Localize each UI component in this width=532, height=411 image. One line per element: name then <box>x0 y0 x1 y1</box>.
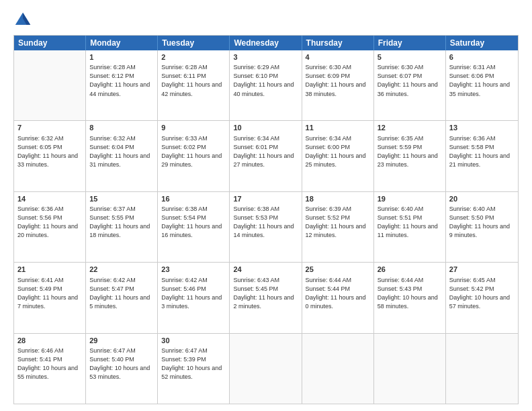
calendar-cell: 2Sunrise: 6:28 AM Sunset: 6:11 PM Daylig… <box>158 50 230 120</box>
calendar-cell: 24Sunrise: 6:43 AM Sunset: 5:45 PM Dayli… <box>230 263 302 332</box>
calendar-cell: 3Sunrise: 6:29 AM Sunset: 6:10 PM Daylig… <box>230 50 302 120</box>
day-info: Sunrise: 6:42 AM Sunset: 5:46 PM Dayligh… <box>161 276 226 311</box>
day-info: Sunrise: 6:30 AM Sunset: 6:07 PM Dayligh… <box>378 63 442 98</box>
day-info: Sunrise: 6:34 AM Sunset: 6:01 PM Dayligh… <box>233 134 298 169</box>
day-info: Sunrise: 6:32 AM Sunset: 6:04 PM Dayligh… <box>89 134 154 169</box>
day-number: 23 <box>161 265 226 275</box>
calendar-cell: 13Sunrise: 6:36 AM Sunset: 5:58 PM Dayli… <box>446 121 518 191</box>
day-number: 30 <box>161 336 226 346</box>
day-info: Sunrise: 6:34 AM Sunset: 6:00 PM Dayligh… <box>306 134 370 169</box>
calendar-cell: 5Sunrise: 6:30 AM Sunset: 6:07 PM Daylig… <box>374 50 446 120</box>
calendar-cell: 15Sunrise: 6:37 AM Sunset: 5:55 PM Dayli… <box>86 192 158 262</box>
calendar-cell <box>230 334 302 404</box>
day-number: 14 <box>17 194 82 204</box>
calendar-cell: 21Sunrise: 6:41 AM Sunset: 5:49 PM Dayli… <box>14 263 86 332</box>
day-info: Sunrise: 6:35 AM Sunset: 5:59 PM Dayligh… <box>378 134 442 169</box>
day-number: 20 <box>449 194 515 204</box>
calendar-cell: 19Sunrise: 6:40 AM Sunset: 5:51 PM Dayli… <box>374 192 446 262</box>
day-info: Sunrise: 6:40 AM Sunset: 5:51 PM Dayligh… <box>378 205 442 240</box>
day-info: Sunrise: 6:37 AM Sunset: 5:55 PM Dayligh… <box>89 205 154 240</box>
day-info: Sunrise: 6:39 AM Sunset: 5:52 PM Dayligh… <box>306 205 370 240</box>
day-info: Sunrise: 6:46 AM Sunset: 5:41 PM Dayligh… <box>17 347 82 381</box>
calendar-cell: 1Sunrise: 6:28 AM Sunset: 6:12 PM Daylig… <box>86 50 158 120</box>
calendar-cell: 9Sunrise: 6:33 AM Sunset: 6:02 PM Daylig… <box>158 121 230 191</box>
day-info: Sunrise: 6:42 AM Sunset: 5:47 PM Dayligh… <box>89 276 154 311</box>
day-number: 25 <box>306 265 370 275</box>
day-number: 17 <box>233 194 298 204</box>
day-info: Sunrise: 6:45 AM Sunset: 5:42 PM Dayligh… <box>449 276 515 311</box>
calendar-cell: 7Sunrise: 6:32 AM Sunset: 6:05 PM Daylig… <box>14 121 86 191</box>
day-info: Sunrise: 6:47 AM Sunset: 5:39 PM Dayligh… <box>161 347 226 381</box>
calendar-week-row: 21Sunrise: 6:41 AM Sunset: 5:49 PM Dayli… <box>14 263 518 333</box>
day-number: 28 <box>17 336 82 346</box>
day-info: Sunrise: 6:31 AM Sunset: 6:06 PM Dayligh… <box>449 63 515 98</box>
day-number: 26 <box>378 265 442 275</box>
calendar-cell <box>14 50 86 120</box>
calendar-header-cell: Monday <box>86 36 158 50</box>
day-info: Sunrise: 6:29 AM Sunset: 6:10 PM Dayligh… <box>233 63 298 98</box>
day-number: 9 <box>161 123 226 133</box>
calendar-header-cell: Sunday <box>14 36 86 50</box>
calendar-header-cell: Thursday <box>302 36 374 50</box>
day-info: Sunrise: 6:36 AM Sunset: 5:56 PM Dayligh… <box>17 205 82 240</box>
day-number: 16 <box>161 194 226 204</box>
calendar-cell: 23Sunrise: 6:42 AM Sunset: 5:46 PM Dayli… <box>158 263 230 332</box>
day-info: Sunrise: 6:44 AM Sunset: 5:44 PM Dayligh… <box>306 276 370 311</box>
day-info: Sunrise: 6:36 AM Sunset: 5:58 PM Dayligh… <box>449 134 515 169</box>
calendar-cell: 28Sunrise: 6:46 AM Sunset: 5:41 PM Dayli… <box>14 334 86 404</box>
day-info: Sunrise: 6:47 AM Sunset: 5:40 PM Dayligh… <box>89 347 154 381</box>
day-info: Sunrise: 6:41 AM Sunset: 5:49 PM Dayligh… <box>17 276 82 311</box>
day-number: 18 <box>306 194 370 204</box>
day-number: 19 <box>378 194 442 204</box>
day-number: 21 <box>17 265 82 275</box>
calendar-cell: 12Sunrise: 6:35 AM Sunset: 5:59 PM Dayli… <box>374 121 446 191</box>
day-info: Sunrise: 6:38 AM Sunset: 5:53 PM Dayligh… <box>233 205 298 240</box>
day-number: 1 <box>89 52 154 62</box>
day-number: 29 <box>89 336 154 346</box>
calendar-cell: 8Sunrise: 6:32 AM Sunset: 6:04 PM Daylig… <box>86 121 158 191</box>
day-info: Sunrise: 6:30 AM Sunset: 6:09 PM Dayligh… <box>306 63 370 98</box>
calendar-cell: 26Sunrise: 6:44 AM Sunset: 5:43 PM Dayli… <box>374 263 446 332</box>
day-number: 2 <box>161 52 226 62</box>
day-number: 12 <box>378 123 442 133</box>
calendar-body: 1Sunrise: 6:28 AM Sunset: 6:12 PM Daylig… <box>14 50 518 404</box>
calendar-cell: 11Sunrise: 6:34 AM Sunset: 6:00 PM Dayli… <box>302 121 374 191</box>
day-number: 22 <box>89 265 154 275</box>
calendar-week-row: 7Sunrise: 6:32 AM Sunset: 6:05 PM Daylig… <box>14 121 518 191</box>
day-number: 13 <box>449 123 515 133</box>
day-number: 3 <box>233 52 298 62</box>
calendar-cell: 29Sunrise: 6:47 AM Sunset: 5:40 PM Dayli… <box>86 334 158 404</box>
day-number: 5 <box>378 52 442 62</box>
calendar-header-cell: Friday <box>374 36 446 50</box>
day-number: 10 <box>233 123 298 133</box>
calendar-cell: 16Sunrise: 6:38 AM Sunset: 5:54 PM Dayli… <box>158 192 230 262</box>
calendar-cell: 10Sunrise: 6:34 AM Sunset: 6:01 PM Dayli… <box>230 121 302 191</box>
day-number: 4 <box>306 52 370 62</box>
day-number: 27 <box>449 265 515 275</box>
day-number: 15 <box>89 194 154 204</box>
day-number: 11 <box>306 123 370 133</box>
logo <box>13 11 35 30</box>
day-info: Sunrise: 6:44 AM Sunset: 5:43 PM Dayligh… <box>378 276 442 311</box>
day-info: Sunrise: 6:43 AM Sunset: 5:45 PM Dayligh… <box>233 276 298 311</box>
day-info: Sunrise: 6:28 AM Sunset: 6:11 PM Dayligh… <box>161 63 226 98</box>
calendar-cell <box>302 334 374 404</box>
calendar-cell: 30Sunrise: 6:47 AM Sunset: 5:39 PM Dayli… <box>158 334 230 404</box>
calendar-cell: 18Sunrise: 6:39 AM Sunset: 5:52 PM Dayli… <box>302 192 374 262</box>
day-info: Sunrise: 6:40 AM Sunset: 5:50 PM Dayligh… <box>449 205 515 240</box>
calendar-header-cell: Tuesday <box>158 36 230 50</box>
calendar-cell: 20Sunrise: 6:40 AM Sunset: 5:50 PM Dayli… <box>446 192 518 262</box>
calendar-week-row: 1Sunrise: 6:28 AM Sunset: 6:12 PM Daylig… <box>14 50 518 121</box>
day-number: 7 <box>17 123 82 133</box>
calendar-header-cell: Wednesday <box>230 36 302 50</box>
calendar-cell: 4Sunrise: 6:30 AM Sunset: 6:09 PM Daylig… <box>302 50 374 120</box>
calendar-cell: 6Sunrise: 6:31 AM Sunset: 6:06 PM Daylig… <box>446 50 518 120</box>
calendar-cell <box>374 334 446 404</box>
calendar-header-row: SundayMondayTuesdayWednesdayThursdayFrid… <box>14 36 518 50</box>
day-number: 8 <box>89 123 154 133</box>
day-info: Sunrise: 6:38 AM Sunset: 5:54 PM Dayligh… <box>161 205 226 240</box>
day-info: Sunrise: 6:28 AM Sunset: 6:12 PM Dayligh… <box>89 63 154 98</box>
calendar-cell: 25Sunrise: 6:44 AM Sunset: 5:44 PM Dayli… <box>302 263 374 332</box>
day-info: Sunrise: 6:32 AM Sunset: 6:05 PM Dayligh… <box>17 134 82 169</box>
calendar-cell: 22Sunrise: 6:42 AM Sunset: 5:47 PM Dayli… <box>86 263 158 332</box>
